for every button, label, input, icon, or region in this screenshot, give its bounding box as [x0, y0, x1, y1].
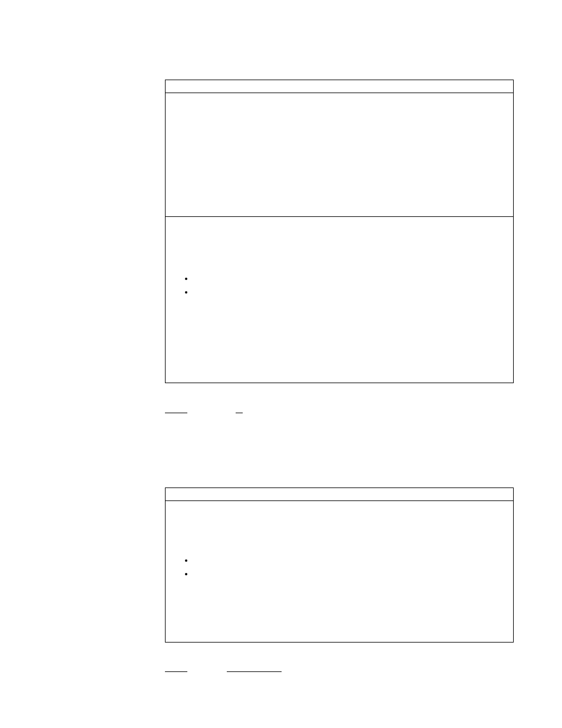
bottom-table-row-divider-1 [165, 500, 514, 501]
document-page [0, 0, 562, 728]
dot-icon [185, 573, 187, 575]
underline-segment-1 [165, 413, 187, 413]
dot-icon [185, 291, 187, 294]
underline-segment-4 [227, 671, 282, 672]
dot-icon [185, 559, 187, 562]
underline-segment-3 [165, 671, 187, 672]
top-table-row-divider-1 [165, 93, 514, 93]
bottom-table-frame [165, 487, 514, 643]
top-table-frame [165, 80, 514, 383]
top-table-row-divider-2 [165, 216, 514, 217]
dot-icon [185, 278, 187, 280]
underline-segment-2 [236, 413, 243, 413]
